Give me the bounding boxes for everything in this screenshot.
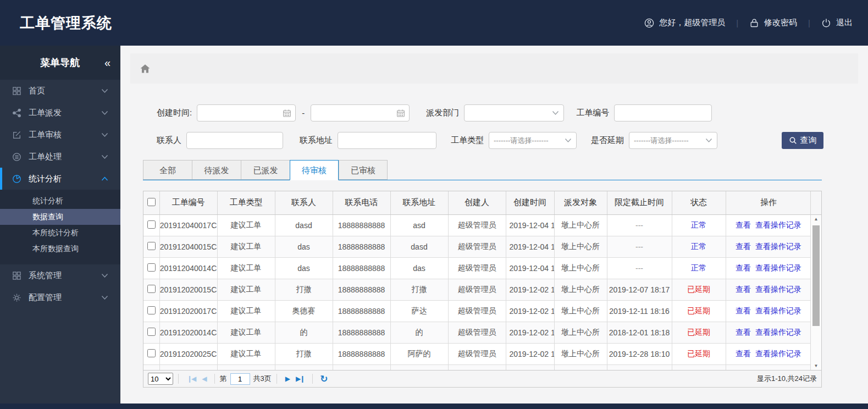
- view-log-link[interactable]: 查看操作记录: [755, 285, 801, 294]
- tab-0[interactable]: 全部: [143, 160, 192, 180]
- column-header[interactable]: 工单类型: [217, 191, 275, 214]
- column-header[interactable]: 创建人: [448, 191, 506, 214]
- view-log-link[interactable]: 查看操作记录: [755, 349, 801, 358]
- query-button[interactable]: 查询: [782, 132, 823, 149]
- home-icon[interactable]: [140, 64, 151, 74]
- sidebar-item-label: 工单处理: [29, 152, 62, 162]
- user-greeting[interactable]: 您好，超级管理员: [644, 18, 725, 28]
- column-header[interactable]: 状态: [672, 191, 726, 214]
- next-page-button[interactable]: ▶: [285, 375, 289, 383]
- row-checkbox-cell: [143, 300, 159, 322]
- create-time-start-input[interactable]: [197, 105, 295, 121]
- cell-address: dasd: [390, 236, 448, 257]
- filter-row-2: 联系人 联系地址 工单类型 -------请选择------- 是否延期 ---…: [157, 132, 858, 149]
- dispatch-dept-select[interactable]: [464, 104, 564, 121]
- sidebar-item-4[interactable]: 统计分析: [0, 168, 120, 190]
- sidebar-subitem-2[interactable]: 本所统计分析: [0, 225, 120, 241]
- view-log-link[interactable]: 查看操作记录: [755, 220, 801, 229]
- select-all-checkbox[interactable]: [147, 198, 156, 206]
- top-header-bar: 工单管理系统 您好，超级管理员 | 修改密码 | 退出: [0, 0, 868, 46]
- view-log-link[interactable]: 查看操作记录: [755, 242, 801, 251]
- row-checkbox[interactable]: [147, 349, 156, 357]
- main-content: 创建时间: - 派发部门 工单编号 联系人 联系地址 工单类型: [120, 46, 868, 404]
- sidebar-item-6[interactable]: 配置管理: [0, 286, 120, 308]
- row-checkbox[interactable]: [147, 306, 156, 314]
- sidebar-item-1[interactable]: 工单派发: [0, 102, 120, 124]
- view-link[interactable]: 查看: [736, 328, 751, 336]
- sidebar-subitem-3[interactable]: 本所数据查询: [0, 241, 120, 257]
- view-log-link[interactable]: 查看操作记录: [755, 263, 801, 272]
- current-page-input[interactable]: [230, 373, 250, 385]
- sidebar-subitem-0[interactable]: 统计分析: [0, 193, 120, 209]
- column-header[interactable]: 联系电话: [333, 191, 390, 214]
- order-type-select[interactable]: -------请选择-------: [489, 132, 577, 149]
- row-checkbox[interactable]: [147, 242, 156, 250]
- row-checkbox[interactable]: [147, 263, 156, 272]
- sidebar-menu: 首页工单派发工单审核工单处理统计分析统计分析数据查询本所统计分析本所数据查询系统…: [0, 80, 120, 308]
- order-no-label: 工单编号: [576, 108, 609, 118]
- table-scrollbar[interactable]: ▲ ▼: [810, 215, 821, 370]
- column-header[interactable]: 工单编号: [159, 191, 217, 214]
- column-header[interactable]: 操作: [726, 191, 811, 214]
- view-link[interactable]: 查看: [736, 306, 751, 315]
- cell-order-type: 建议工单: [217, 300, 275, 322]
- cell-creator: 超级管理员: [448, 279, 506, 300]
- sidebar-item-5[interactable]: 系统管理: [0, 264, 120, 286]
- delay-select[interactable]: -------请选择-------: [629, 132, 717, 149]
- prev-page-button[interactable]: ◀: [202, 375, 206, 383]
- refresh-icon[interactable]: ↻: [320, 373, 328, 385]
- tab-3[interactable]: 待审核: [290, 160, 339, 180]
- cell-phone: 18888888888: [333, 279, 390, 300]
- view-link[interactable]: 查看: [736, 242, 751, 251]
- row-checkbox[interactable]: [147, 220, 156, 229]
- sidebar-collapse-icon[interactable]: «: [104, 57, 109, 69]
- row-checkbox[interactable]: [147, 285, 156, 293]
- table-row: 201912020015C建议工单打撒18888888888打撒超级管理员201…: [143, 279, 811, 300]
- sidebar-header: 菜单导航 «: [0, 46, 120, 80]
- tab-2[interactable]: 已派发: [241, 160, 290, 180]
- view-link[interactable]: 查看: [736, 220, 751, 229]
- address-input[interactable]: [338, 132, 436, 148]
- cell-order-type: 建议工单: [217, 343, 275, 364]
- contact-input[interactable]: [187, 132, 283, 148]
- cell-order-type: 建议工单: [217, 214, 275, 236]
- column-header[interactable]: 创建时间: [506, 191, 554, 214]
- tab-4[interactable]: 已审核: [339, 160, 388, 180]
- cell-contact: dasd: [275, 214, 333, 236]
- create-time-end-input[interactable]: [311, 105, 409, 121]
- scroll-up-arrow[interactable]: ▲: [811, 217, 821, 222]
- scrollbar-thumb[interactable]: [812, 225, 820, 326]
- view-log-link[interactable]: 查看操作记录: [755, 328, 801, 336]
- sidebar-subitem-1[interactable]: 数据查询: [0, 209, 120, 225]
- row-checkbox[interactable]: [147, 328, 156, 336]
- change-password-button[interactable]: 修改密码: [749, 18, 797, 28]
- view-link[interactable]: 查看: [736, 285, 751, 294]
- cell-contact: 的: [275, 322, 333, 343]
- last-page-button[interactable]: ▶❙: [296, 375, 304, 383]
- pagination-bar: 10 ❙◀ ◀ 第 共3页 ▶ ▶❙ ↻ 显示1-10,共24记录: [143, 371, 822, 388]
- status-badge: 已延期: [672, 300, 726, 322]
- sidebar-item-2[interactable]: 工单审核: [0, 124, 120, 146]
- cell-creator: 超级管理员: [448, 214, 506, 236]
- scroll-down-arrow[interactable]: ▼: [811, 363, 821, 368]
- cell-create-time: 2019-12-04 15: [506, 236, 554, 257]
- column-header[interactable]: 联系人: [275, 191, 333, 214]
- table-row: 201912040014C建议工单das18888888888das超级管理员2…: [143, 257, 811, 279]
- sidebar-item-3[interactable]: 工单处理: [0, 146, 120, 168]
- logout-button[interactable]: 退出: [821, 18, 853, 28]
- sidebar-item-0[interactable]: 首页: [0, 80, 120, 102]
- cell-address: 阿萨的: [390, 343, 448, 364]
- column-header[interactable]: 限定截止时间: [607, 191, 672, 214]
- tab-1[interactable]: 待派发: [192, 160, 241, 180]
- view-link[interactable]: 查看: [736, 349, 751, 358]
- view-link[interactable]: 查看: [736, 263, 751, 272]
- records-info: 显示1-10,共24记录: [757, 374, 817, 384]
- first-page-button[interactable]: ❙◀: [187, 375, 195, 383]
- view-log-link[interactable]: 查看操作记录: [755, 306, 801, 315]
- row-checkbox[interactable]: [147, 371, 156, 371]
- order-no-input[interactable]: [615, 105, 711, 121]
- page-size-select[interactable]: 10: [148, 373, 173, 385]
- column-header[interactable]: 联系地址: [390, 191, 448, 214]
- date-range-separator: -: [302, 108, 305, 118]
- column-header[interactable]: 派发对象: [554, 191, 607, 214]
